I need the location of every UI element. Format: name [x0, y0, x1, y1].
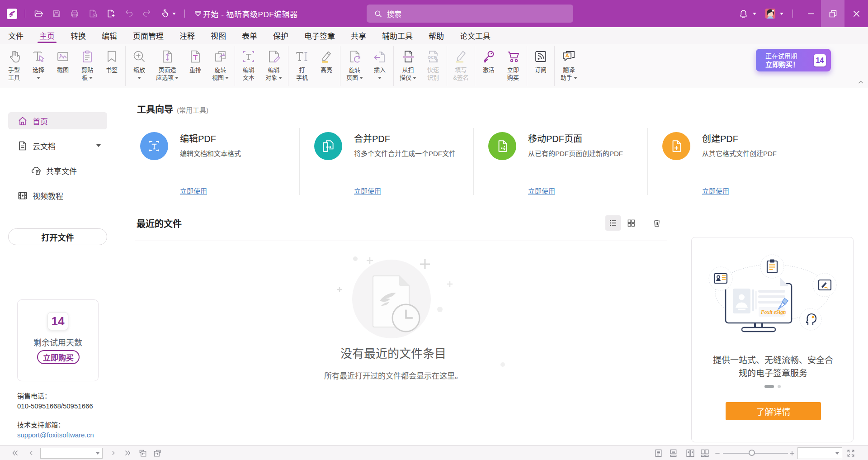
support-email-link[interactable]: support@foxitsoftware.cn [17, 430, 94, 440]
zoom-slider-thumb[interactable] [749, 450, 755, 456]
touch-mode-button[interactable] [160, 9, 176, 18]
zoom-level-input[interactable] [797, 447, 842, 459]
menu-esign[interactable]: 电子签章 [304, 27, 335, 44]
menu-file[interactable]: 文件 [8, 27, 24, 44]
translate-button[interactable]: 翻译助手 [556, 44, 582, 88]
carousel-dot[interactable] [778, 385, 781, 388]
snapshot-button[interactable]: 截图 [51, 44, 75, 88]
rotate-view-button[interactable]: 旋转视图 [208, 44, 233, 88]
menu-paper-tools[interactable]: 论文工具 [460, 27, 491, 44]
previous-view-button[interactable] [138, 449, 147, 458]
buy-now-button[interactable]: 立即购买 [37, 350, 80, 364]
first-page-button[interactable] [11, 449, 19, 457]
quick-ocr-button[interactable]: 快速识别 [421, 44, 445, 88]
continuous-facing-view-button[interactable] [700, 448, 709, 458]
facing-view-icon [685, 448, 695, 458]
menu-convert[interactable]: 转换 [71, 27, 86, 44]
sidebar-item-shared-files[interactable]: 共享文件 [8, 162, 107, 179]
new-page-button[interactable] [106, 9, 115, 18]
rotate-page-button[interactable]: 旋转页面 [342, 44, 368, 88]
carousel-dot-active[interactable] [764, 385, 774, 388]
single-page-view-button[interactable] [654, 448, 663, 458]
empty-files-illustration [294, 247, 493, 344]
div [374, 74, 386, 81]
insert-page-button[interactable]: 插入 [368, 44, 392, 88]
menu-form[interactable]: 表单 [242, 27, 257, 44]
notifications-button[interactable] [739, 9, 756, 19]
sales-phone-label: 销售电话： [17, 391, 94, 401]
menu-help[interactable]: 帮助 [429, 27, 444, 44]
continuous-view-button[interactable] [669, 448, 678, 458]
bookmark-button[interactable]: 书签 [99, 44, 124, 88]
sidebar-item-cloud-documents[interactable]: 云文档 [8, 137, 107, 154]
span: 工具向导 [137, 104, 173, 114]
close-button[interactable] [844, 0, 868, 27]
hand-tool-button[interactable]: 手型工具 [2, 44, 26, 88]
undo-button[interactable] [124, 9, 133, 18]
span: 辅助工具 [382, 30, 413, 41]
menu-home[interactable]: 主页 [39, 27, 55, 44]
next-page-button[interactable] [110, 450, 117, 456]
collapse-ribbon-icon[interactable] [857, 79, 864, 86]
reflow-button[interactable]: 重排 [183, 44, 208, 88]
learn-more-button[interactable]: 了解详情 [726, 402, 821, 420]
print-button[interactable] [70, 9, 79, 18]
page-number-input[interactable] [40, 448, 103, 459]
typewriter-button[interactable]: 打字机 [290, 44, 314, 88]
account-button[interactable] [765, 9, 783, 19]
tool-icon-wrap [241, 48, 256, 65]
edit-object-button[interactable]: 编辑对象 [261, 44, 287, 88]
fill-sign-button[interactable]: 填写&签名 [448, 44, 473, 88]
menu-comment[interactable]: 注释 [179, 27, 195, 44]
clear-recent-button[interactable] [649, 215, 665, 231]
menu-edit[interactable]: 编辑 [102, 27, 117, 44]
edit-text-button[interactable]: 编辑文本 [236, 44, 261, 88]
zoom-button[interactable]: 缩放 [127, 44, 151, 88]
export-page-button[interactable] [88, 9, 97, 18]
open-file-button[interactable]: 打开文件 [8, 228, 107, 245]
fullscreen-button[interactable] [846, 449, 855, 458]
grid-view-button[interactable] [623, 215, 639, 231]
menu-view[interactable]: 视图 [211, 27, 226, 44]
facing-view-button[interactable] [685, 448, 695, 458]
next-page-icon [110, 450, 117, 456]
minimize-button[interactable] [801, 0, 821, 27]
clipboard-button[interactable]: 剪贴板 [75, 44, 99, 88]
save-button[interactable] [52, 9, 61, 18]
zoom-in-button[interactable] [789, 450, 795, 456]
folder-open-button[interactable] [34, 9, 43, 18]
tool-card-description: 将多个文件合并生成一个PDF文件 [354, 148, 456, 158]
redo-button[interactable] [142, 9, 151, 18]
menu-organize[interactable]: 页面管理 [133, 27, 164, 44]
list-view-button[interactable] [605, 215, 621, 231]
buy-cart-button[interactable]: 立即购买 [501, 44, 525, 88]
zoom-slider[interactable] [723, 453, 788, 454]
card-create-pdf: 创建PDF 从其它格式文件创建PDF 立即使用 [659, 128, 833, 196]
select-button[interactable]: 选择 [26, 44, 51, 88]
use-now-link[interactable]: 立即使用 [180, 186, 207, 195]
previous-page-button[interactable] [28, 450, 35, 456]
last-page-button[interactable] [124, 449, 132, 457]
restore-button[interactable] [821, 0, 844, 27]
trial-purchase-banner[interactable]: 正在试用期 立即购买！ 14 [756, 49, 831, 71]
use-now-link[interactable]: 立即使用 [702, 186, 729, 195]
menu-share[interactable]: 共享 [351, 27, 366, 44]
highlight-button[interactable]: 高亮 [314, 44, 339, 88]
customize-toolbar-button[interactable] [193, 9, 203, 18]
activate-button[interactable]: 激活 [476, 44, 501, 88]
zoom-out-button[interactable] [714, 450, 721, 456]
subscribe-button[interactable]: 订阅 [528, 44, 553, 88]
from-scanner-button[interactable]: 从扫描仪 [395, 44, 421, 88]
sidebar-item-home[interactable]: 首页 [8, 112, 107, 129]
page-fit-button[interactable]: 页面适应选项 [151, 44, 183, 88]
divider [235, 46, 235, 86]
use-now-link[interactable]: 立即使用 [354, 186, 381, 195]
use-now-link[interactable]: 立即使用 [528, 186, 555, 195]
menu-accessibility[interactable]: 辅助工具 [382, 27, 413, 44]
search-input[interactable]: 搜索 [367, 5, 573, 23]
next-view-button[interactable] [153, 449, 162, 458]
close-icon [852, 9, 861, 19]
menu-protect[interactable]: 保护 [273, 27, 288, 44]
sidebar-item-video-tutorials[interactable]: 视频教程 [8, 187, 107, 204]
esign-illustration: Foxit eSign [692, 246, 853, 354]
